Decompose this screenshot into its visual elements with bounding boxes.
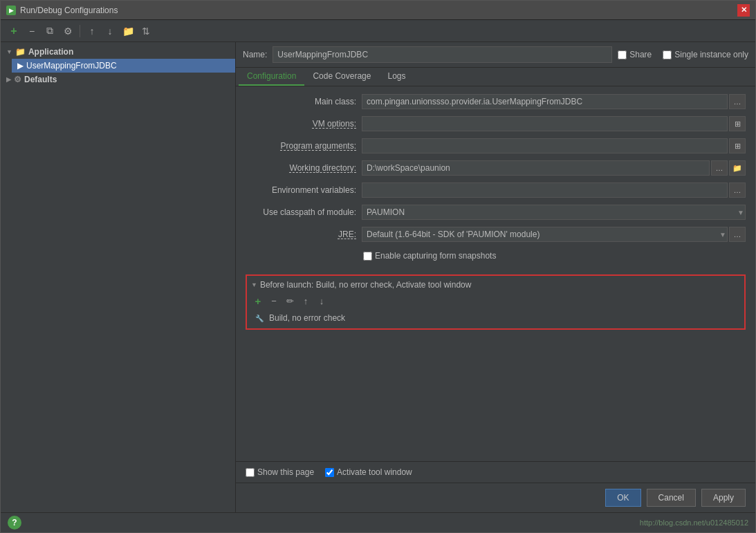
bottom-options: Show this page Activate tool window xyxy=(236,461,755,483)
dialog: ▶ Run/Debug Configurations ✕ + − ⧉ ⚙ ↑ ↓… xyxy=(0,0,756,533)
working-dir-input[interactable] xyxy=(362,160,710,176)
jre-browse-button[interactable]: … xyxy=(729,227,746,242)
env-vars-input-area: … xyxy=(362,183,746,198)
vm-options-label: VM options: xyxy=(246,119,356,129)
vm-options-row: VM options: ⊞ xyxy=(246,115,746,132)
jre-row: JRE: Default (1.6-64bit - SDK of 'PAUMIO… xyxy=(246,226,746,243)
activate-tool-label-text: Activate tool window xyxy=(337,467,412,477)
working-dir-input-area: … 📁 xyxy=(362,160,746,176)
working-dir-folder-button[interactable]: 📁 xyxy=(729,160,746,176)
close-button[interactable]: ✕ xyxy=(737,4,750,17)
program-args-label: Program arguments: xyxy=(246,141,356,151)
run-icon: ▶ xyxy=(17,61,24,71)
settings-button[interactable]: ⚙ xyxy=(60,24,75,39)
env-vars-input[interactable] xyxy=(362,183,728,198)
share-label-text: Share xyxy=(629,50,652,59)
show-page-checkbox[interactable] xyxy=(246,468,255,477)
jre-label: JRE: xyxy=(246,230,356,239)
before-launch-remove-button[interactable]: − xyxy=(267,294,281,308)
sidebar-item-userMapping[interactable]: ▶ UserMappingFromJDBC xyxy=(12,59,235,73)
working-dir-label: Working directory: xyxy=(246,163,356,173)
tab-logs[interactable]: Logs xyxy=(379,68,414,86)
working-dir-row: Working directory: … 📁 xyxy=(246,160,746,176)
build-icon: 🔧 xyxy=(254,313,265,323)
show-page-label-text: Show this page xyxy=(257,467,314,477)
before-launch-section: ▼ Before launch: Build, no error check, … xyxy=(246,274,746,330)
program-args-input[interactable] xyxy=(362,138,728,153)
sidebar: ▼ 📁 Application ▶ UserMappingFromJDBC ▶ … xyxy=(1,42,236,512)
share-checkbox-label[interactable]: Share xyxy=(618,50,652,59)
main-class-label: Main class: xyxy=(246,97,356,106)
help-icon[interactable]: ? xyxy=(8,516,21,530)
vm-options-expand-button[interactable]: ⊞ xyxy=(729,116,746,131)
add-config-button[interactable]: + xyxy=(6,24,21,39)
ok-button[interactable]: OK xyxy=(605,489,640,507)
enable-capture-text: Enable capturing form snapshots xyxy=(375,251,496,261)
apply-button[interactable]: Apply xyxy=(701,489,746,507)
program-args-expand-button[interactable]: ⊞ xyxy=(729,138,746,153)
config-panel: Main class: … VM options: ⊞ Pr xyxy=(236,86,755,461)
copy-config-button[interactable]: ⧉ xyxy=(42,24,57,39)
toolbar: + − ⧉ ⚙ ↑ ↓ 📁 ⇅ xyxy=(1,20,755,42)
main-class-row: Main class: … xyxy=(246,93,746,110)
application-group: ▼ 📁 Application ▶ UserMappingFromJDBC xyxy=(1,45,235,73)
defaults-group-label: Defaults xyxy=(24,75,57,84)
share-area: Share Single instance only xyxy=(618,50,748,59)
main-class-browse-button[interactable]: … xyxy=(729,94,746,109)
tab-configuration[interactable]: Configuration xyxy=(239,68,304,86)
bottom-buttons: OK Cancel Apply xyxy=(236,483,755,512)
activate-tool-checkbox[interactable] xyxy=(325,468,334,477)
toolbar-separator-1 xyxy=(80,25,80,37)
before-launch-down-button[interactable]: ↓ xyxy=(315,294,329,308)
enable-capture-label[interactable]: Enable capturing form snapshots xyxy=(363,251,496,261)
title-bar: ▶ Run/Debug Configurations ✕ xyxy=(1,1,755,20)
before-launch-header: ▼ Before launch: Build, no error check, … xyxy=(251,280,740,290)
sidebar-item-userMapping-label: UserMappingFromJDBC xyxy=(26,61,117,71)
classpath-select[interactable]: PAUMION xyxy=(362,205,746,220)
before-launch-add-button[interactable]: + xyxy=(251,294,265,308)
defaults-group: ▶ ⚙ Defaults xyxy=(1,73,235,86)
enable-capture-checkbox[interactable] xyxy=(363,252,372,261)
right-panel: Name: Share Single instance only Configu… xyxy=(236,42,755,512)
before-launch-item: 🔧 Build, no error check xyxy=(251,312,740,324)
env-vars-browse-button[interactable]: … xyxy=(729,183,746,198)
share-checkbox[interactable] xyxy=(618,50,627,59)
before-launch-up-button[interactable]: ↑ xyxy=(299,294,313,308)
name-label: Name: xyxy=(243,50,267,59)
cancel-button[interactable]: Cancel xyxy=(647,489,696,507)
tab-code-coverage[interactable]: Code Coverage xyxy=(304,68,379,86)
single-instance-checkbox-label[interactable]: Single instance only xyxy=(663,50,748,59)
folder-button[interactable]: 📁 xyxy=(120,24,136,39)
classpath-label: Use classpath of module: xyxy=(246,207,356,217)
name-bar: Name: Share Single instance only xyxy=(236,42,755,68)
remove-config-button[interactable]: − xyxy=(24,24,39,39)
before-launch-edit-button[interactable]: ✏ xyxy=(283,294,297,308)
vm-options-input-area: ⊞ xyxy=(362,116,746,131)
activate-tool-checkbox-label[interactable]: Activate tool window xyxy=(325,467,412,477)
before-launch-title: Before launch: Build, no error check, Ac… xyxy=(260,280,472,290)
env-vars-row: Environment variables: … xyxy=(246,182,746,198)
defaults-group-header[interactable]: ▶ ⚙ Defaults xyxy=(1,73,235,86)
enable-capture-row: Enable capturing form snapshots xyxy=(246,248,746,263)
single-instance-checkbox[interactable] xyxy=(663,50,672,59)
move-down-button[interactable]: ↓ xyxy=(102,24,118,39)
working-dir-browse-button[interactable]: … xyxy=(711,160,728,176)
name-input[interactable] xyxy=(273,46,612,63)
jre-select[interactable]: Default (1.6-64bit - SDK of 'PAUMION' mo… xyxy=(362,227,728,242)
before-launch-item-label: Build, no error check xyxy=(269,313,345,323)
show-page-checkbox-label[interactable]: Show this page xyxy=(246,467,314,477)
single-instance-label-text: Single instance only xyxy=(674,50,748,59)
jre-select-area: Default (1.6-64bit - SDK of 'PAUMION' mo… xyxy=(362,227,728,242)
move-up-button[interactable]: ↑ xyxy=(84,24,100,39)
expand-application-icon: ▼ xyxy=(6,48,12,55)
vm-options-input[interactable] xyxy=(362,116,728,131)
application-folder-icon: 📁 xyxy=(15,47,26,57)
sort-button[interactable]: ⇅ xyxy=(138,24,154,39)
main-class-input[interactable] xyxy=(362,94,728,109)
application-group-header[interactable]: ▼ 📁 Application xyxy=(1,45,235,59)
dialog-title: Run/Debug Configurations xyxy=(20,6,118,15)
expand-defaults-icon: ▶ xyxy=(6,76,11,83)
env-vars-label: Environment variables: xyxy=(246,185,356,195)
program-args-row: Program arguments: ⊞ xyxy=(246,138,746,154)
tabs: Configuration Code Coverage Logs xyxy=(236,68,755,86)
